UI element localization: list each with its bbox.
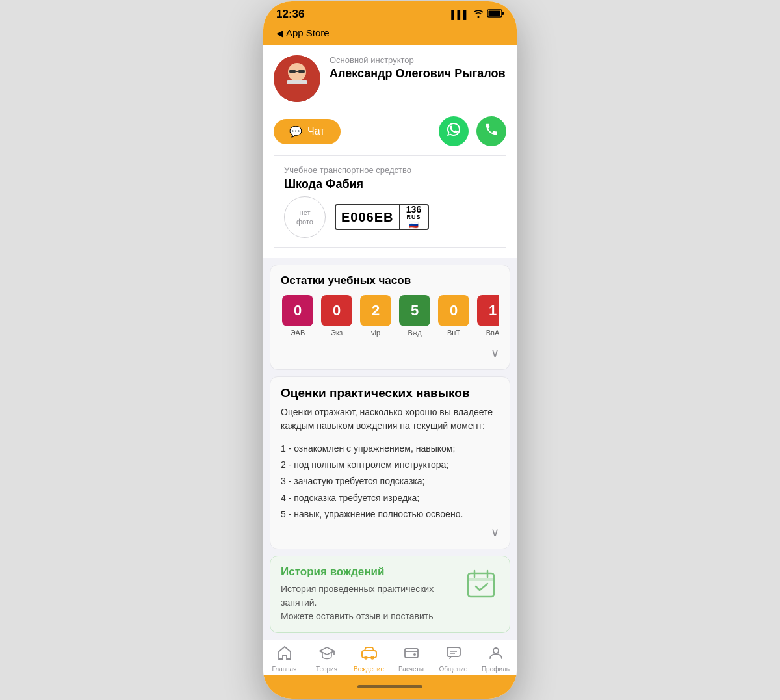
svg-rect-20 [447, 647, 460, 656]
history-calendar-icon [463, 565, 499, 602]
hour-badge: 5 [399, 295, 430, 326]
main-content: Основной инструктор Александр Олегович Р… [263, 45, 517, 640]
phone-bottom-bar [263, 675, 517, 699]
vehicle-photo-plate: нет фото Е006ЕВ 136 RUS 🇷🇺 [284, 196, 496, 238]
chat-icon: 💬 [289, 125, 302, 138]
nav-item-главная[interactable]: Главная [266, 645, 303, 673]
vehicle-section: Учебное транспортное средство Шкода Фаби… [274, 156, 506, 248]
plate-region-number: 136 [406, 205, 421, 214]
plate-region: 136 RUS 🇷🇺 [399, 205, 428, 229]
hour-badge: 2 [360, 295, 391, 326]
hour-label: vip [371, 329, 380, 337]
hour-badge: 0 [321, 295, 352, 326]
nav-label-4: Общение [439, 666, 468, 673]
plate-country-text: RUS [406, 214, 421, 220]
history-text: История вождений История проведенных пра… [281, 565, 463, 623]
svg-rect-2 [489, 11, 500, 16]
battery-icon [488, 9, 504, 19]
skills-scale-item: 2 - под полным контролем инструктора; [281, 457, 499, 473]
nav-item-вождение[interactable]: Вождение [351, 645, 387, 673]
svg-rect-6 [298, 70, 305, 73]
nav-item-профиль[interactable]: Профиль [478, 645, 514, 673]
hour-label: Экз [331, 329, 343, 337]
hour-item: 1 ВвА [476, 295, 499, 337]
hours-section: Остатки учебных часов 0 ЭАВ 0 Экз 2 vip … [270, 265, 510, 370]
back-arrow-icon: ◀ [276, 28, 283, 38]
instructor-header: Основной инструктор Александр Олегович Р… [274, 55, 506, 102]
plate-flag: 🇷🇺 [409, 220, 419, 229]
hours-chevron-icon[interactable]: ∨ [491, 346, 499, 360]
svg-rect-9 [284, 84, 310, 102]
contact-icons [439, 116, 506, 146]
svg-rect-1 [502, 12, 504, 15]
avatar [274, 55, 320, 102]
instructor-info: Основной инструктор Александр Олегович Р… [330, 55, 506, 81]
svg-rect-10 [468, 573, 494, 597]
hour-label: Вжд [408, 329, 421, 337]
nav-label-0: Главная [272, 666, 296, 673]
hour-label: ВвА [486, 329, 499, 337]
chat-button[interactable]: 💬 Чат [274, 119, 341, 144]
hour-badge: 1 [477, 295, 499, 326]
skills-scale-item: 5 - навык, упражнение полностью освоено. [281, 506, 499, 523]
nav-icon-1 [319, 645, 335, 664]
back-label: App Store [286, 27, 330, 38]
signal-icon: ▌▌▌ [451, 10, 469, 19]
nav-icon-0 [277, 645, 292, 664]
plate-number: Е006ЕВ [336, 205, 399, 229]
nav-icon-5 [489, 645, 503, 664]
nav-icon-2 [361, 645, 378, 664]
nav-label-5: Профиль [482, 666, 510, 673]
svg-point-19 [413, 653, 416, 656]
vehicle-subtitle: Учебное транспортное средство [284, 165, 496, 175]
hour-label: ЭАВ [291, 329, 306, 337]
vehicle-name: Шкода Фабия [284, 177, 496, 191]
history-description: История проведенных практических занятий… [281, 582, 463, 623]
home-indicator [358, 685, 422, 688]
status-time: 12:36 [276, 8, 304, 21]
phone-frame: 12:36 ▌▌▌ ◀ App Store [263, 1, 517, 699]
hours-expand[interactable]: ∨ [281, 343, 499, 360]
nav-item-расчеты[interactable]: Расчеты [393, 645, 430, 673]
instructor-actions: 💬 Чат [274, 116, 506, 156]
svg-rect-5 [289, 70, 296, 73]
hour-item: 0 ЭАВ [281, 295, 315, 337]
svg-point-23 [493, 648, 499, 653]
whatsapp-icon [446, 122, 462, 141]
hour-label: ВнТ [447, 329, 460, 337]
whatsapp-button[interactable] [439, 116, 469, 146]
nav-icon-4 [446, 645, 462, 664]
chat-label: Чат [307, 125, 325, 137]
status-icons: ▌▌▌ [451, 9, 504, 19]
skills-scale-item: 3 - зачастую требуется подсказка; [281, 473, 499, 489]
status-bar: 12:36 ▌▌▌ [263, 1, 517, 26]
instructor-subtitle: Основной инструктор [330, 55, 506, 65]
history-section[interactable]: История вождений История проведенных пра… [270, 556, 510, 633]
svg-rect-11 [468, 578, 494, 581]
hour-item: 0 ВнТ [437, 295, 471, 337]
wifi-icon [473, 10, 484, 19]
skills-scale-item: 4 - подсказка требуется изредка; [281, 490, 499, 506]
skills-expand[interactable]: ∨ [281, 523, 499, 539]
skills-chevron-icon[interactable]: ∨ [491, 525, 499, 539]
phone-button[interactable] [476, 116, 506, 146]
hours-row: 0 ЭАВ 0 Экз 2 vip 5 Вжд 0 ВнТ 1 ВвА [281, 295, 499, 337]
nav-item-общение[interactable]: Общение [436, 645, 472, 673]
nav-label-3: Расчеты [398, 666, 424, 673]
hour-badge: 0 [282, 295, 313, 326]
instructor-card: Основной инструктор Александр Олегович Р… [263, 45, 517, 258]
back-nav[interactable]: ◀ App Store [263, 26, 517, 45]
avatar-image [274, 55, 320, 102]
sections-wrapper: Остатки учебных часов 0 ЭАВ 0 Экз 2 vip … [263, 265, 517, 633]
phone-icon [484, 122, 499, 140]
history-title: История вождений [281, 565, 463, 578]
skills-title: Оценки практических навыков [281, 386, 499, 400]
hour-badge: 0 [438, 295, 469, 326]
nav-label-2: Вождение [354, 666, 384, 673]
hours-title: Остатки учебных часов [281, 274, 499, 287]
skills-scale: 1 - ознакомлен с упражнением, навыком;2 … [281, 441, 499, 523]
nav-icon-3 [404, 645, 419, 664]
no-photo-line2: фото [296, 217, 313, 226]
bottom-nav: Главная Теория Вождение Расчеты Общение … [263, 640, 517, 675]
nav-item-теория[interactable]: Теория [309, 645, 345, 673]
